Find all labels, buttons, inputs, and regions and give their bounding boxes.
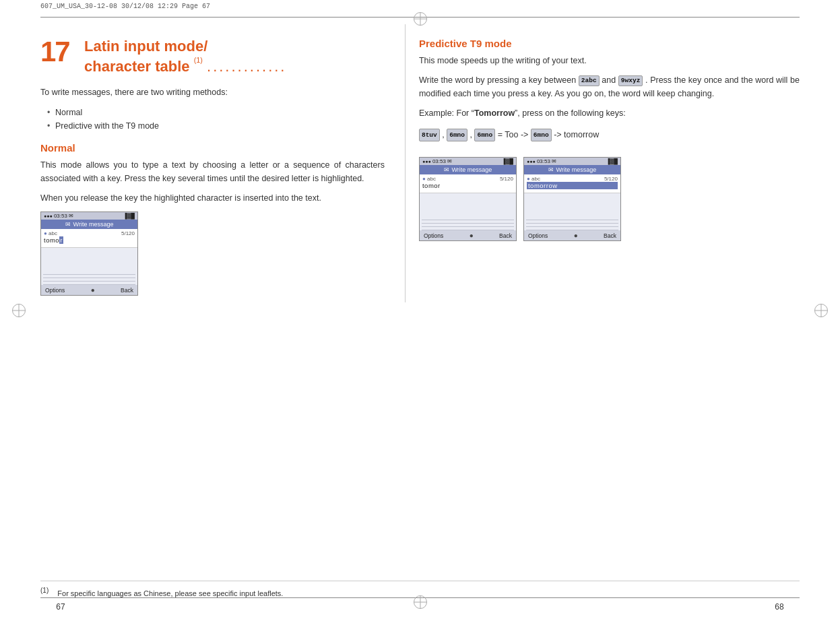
chapter-header: 17 Latin input mode/ character table (1)… — [40, 38, 385, 75]
print-info: 607_UM_USA_30-12-08 30/12/08 12:29 Page … — [40, 3, 210, 10]
example-eq: = Too -> — [498, 130, 531, 139]
phone1-nav: ● — [91, 286, 95, 294]
key-6mno-2: 6mno — [474, 129, 495, 141]
reg-mark-bottom — [414, 595, 427, 609]
phone3-time: ●●● 03:53 ✉ — [527, 158, 556, 164]
normal-para2: When you release the key the highlighted… — [40, 192, 385, 205]
phone2-bottom-row: Options ● Back — [420, 230, 516, 240]
example-keys-line: 8tuv , 6mno , 6mno = Too -> 6mno -> tomo… — [419, 127, 800, 143]
phone2-signal: ▐▓█ — [502, 158, 513, 164]
key-8tuv: 8tuv — [419, 129, 440, 141]
t9-para1: This mode speeds up the writing of your … — [419, 55, 800, 67]
phones-row: ●●● 03:53 ✉ ▐▓█ ✉ Write message ● — [419, 150, 800, 248]
phone3-title-bar: ✉ Write message — [524, 165, 620, 174]
header-bar: 607_UM_USA_30-12-08 30/12/08 12:29 Page … — [40, 3, 800, 10]
key-9wxyz: 9wxyz — [618, 75, 643, 87]
phone3-options: Options — [528, 232, 548, 239]
phone1-input-label: ● abc 5/120 — [44, 230, 135, 236]
reg-mark-left — [12, 304, 26, 317]
footnote-text: For specific languages as Chinese, pleas… — [57, 589, 283, 597]
normal-para1: This mode allows you to type a text by c… — [40, 159, 385, 185]
bottom-section: (1) For specific languages as Chinese, p… — [40, 574, 800, 597]
phone3-signal: ▐▓█ — [606, 158, 618, 164]
phone2-time: ●●● 03:53 ✉ — [422, 158, 452, 164]
phone3-back: Back — [604, 232, 616, 239]
phone2-back: Back — [499, 232, 512, 239]
phone3-input-text: tomorrow — [527, 182, 618, 189]
intro-text: To write messages, there are two writing… — [40, 86, 385, 99]
phone3-input-label: ● abc 5/120 — [527, 176, 618, 182]
phone1-title-bar: ✉ Write message — [41, 220, 137, 229]
phone2-label-left: ● abc — [422, 176, 436, 182]
page-number-right: 68 — [759, 602, 800, 612]
phone3-label-left: ● abc — [527, 176, 540, 182]
reg-mark-right — [814, 304, 828, 317]
phone1-back: Back — [121, 287, 133, 294]
phone2-input-text: tomor — [422, 182, 513, 189]
phone2-title: Write message — [452, 166, 492, 173]
chapter-title-line2: character table — [84, 58, 190, 75]
phone-screen-3: ●●● 03:53 ✉ ▐▓█ ✉ Write message ● — [523, 157, 621, 241]
chapter-dots: ............. — [207, 58, 286, 75]
t9-para2-text: Write the word by pressing a key between — [419, 75, 576, 85]
phone1-signal: ▐▓█ — [123, 213, 135, 219]
chapter-number: 17 — [40, 38, 77, 66]
comma2: , — [470, 130, 475, 139]
phone-screen-2: ●●● 03:53 ✉ ▐▓█ ✉ Write message ● — [419, 157, 517, 241]
phone-screen-1: ●●● 03:53 ✉ ▐▓█ ✉ Write message ● abc — [40, 211, 138, 296]
right-column: Predictive T9 mode This mode speeds up t… — [405, 24, 800, 302]
bullet-item-predictive: Predictive with the T9 mode — [47, 119, 385, 133]
phone1-title: Write message — [73, 221, 114, 228]
phone3-label-right: 5/120 — [604, 176, 618, 182]
t9-para2: Write the word by pressing a key between… — [419, 74, 800, 100]
key-6mno-1: 6mno — [447, 129, 467, 141]
key-2abc: 2abc — [579, 75, 600, 87]
bullet-list: Normal Predictive with the T9 mode — [47, 106, 385, 133]
bullet-item-normal: Normal — [47, 106, 385, 119]
example-word: Tomorrow — [474, 108, 515, 118]
t9-example-label: Example: For “Tomorrow”, press on the fo… — [419, 107, 800, 120]
reg-mark-top — [414, 12, 427, 26]
chapter-title: Latin input mode/ character table (1) ..… — [84, 38, 286, 75]
phone3-input-area: ● abc 5/120 tomorrow — [524, 174, 620, 193]
phone2-label-right: 5/120 — [500, 176, 513, 182]
left-column: 17 Latin input mode/ character table (1)… — [40, 24, 405, 302]
footnote-marker: (1) — [40, 587, 49, 594]
phone1-highlighted: r — [59, 236, 63, 244]
phone1-bottom-row: Options ● Back — [41, 285, 137, 295]
phone1-input-area: ● abc 5/120 tomor — [41, 229, 137, 248]
example-prefix: Example: For “ — [419, 108, 474, 118]
phone3-nav: ● — [574, 232, 578, 239]
main-content: 17 Latin input mode/ character table (1)… — [40, 24, 800, 302]
phone1-options: Options — [45, 287, 65, 294]
phone1-input-text: tomor — [44, 236, 135, 244]
phone1-time: ●●● 03:53 ✉ — [44, 213, 73, 219]
normal-heading: Normal — [40, 142, 385, 154]
t9-heading: Predictive T9 mode — [419, 38, 800, 49]
chapter-footnote: (1) — [194, 58, 203, 68]
phone1-label-left: ● abc — [44, 230, 57, 236]
comma1: , — [442, 130, 447, 139]
phone2-body — [420, 193, 516, 230]
phone1-label-right: 5/120 — [121, 230, 135, 236]
phone2-options: Options — [424, 232, 443, 239]
t9-and: and — [602, 75, 618, 85]
phone2-title-bar: ✉ Write message — [420, 165, 516, 174]
page-number-left: 67 — [40, 602, 81, 612]
phone2-input-label: ● abc 5/120 — [422, 176, 513, 182]
phone2-status-bar: ●●● 03:53 ✉ ▐▓█ — [420, 158, 516, 165]
key-6mno-3: 6mno — [531, 129, 552, 141]
phone2-input-area: ● abc 5/120 tomor — [420, 174, 516, 193]
phone3-status-bar: ●●● 03:53 ✉ ▐▓█ — [524, 158, 620, 165]
phone1-body — [41, 248, 137, 285]
phone1-status-bar: ●●● 03:53 ✉ ▐▓█ — [41, 212, 137, 220]
phone3-title: Write message — [556, 166, 597, 173]
phone2-nav: ● — [470, 232, 474, 239]
phone3-body — [524, 193, 620, 230]
chapter-title-line1: Latin input mode/ — [84, 38, 207, 55]
phone3-bottom-row: Options ● Back — [524, 230, 620, 240]
example-result: -> tomorrow — [554, 130, 599, 139]
example-suffix: ”, press on the following keys: — [515, 108, 626, 118]
